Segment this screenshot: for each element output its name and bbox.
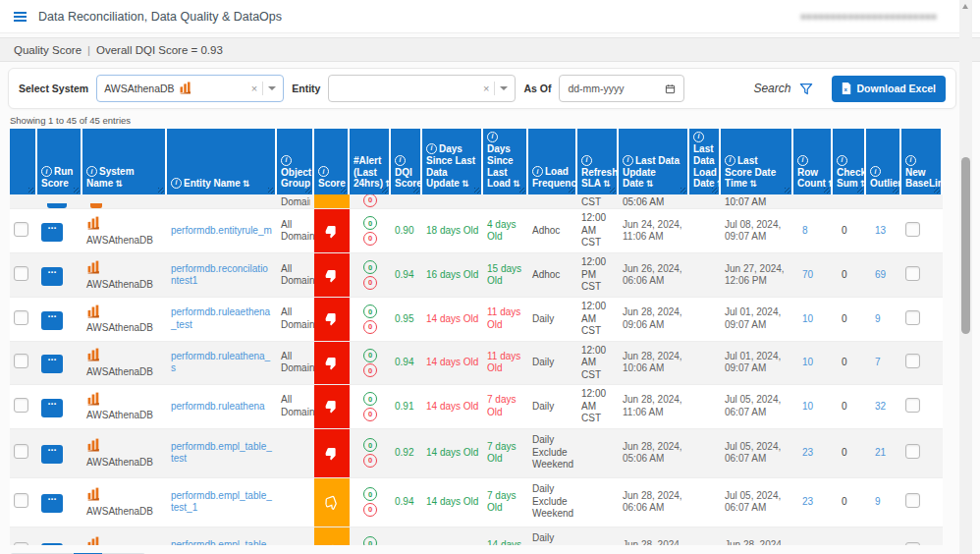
sort-icon[interactable]: ⇅ — [243, 179, 250, 189]
sort-icon[interactable]: ⇅ — [646, 179, 654, 189]
alert-badge-red[interactable]: 0 — [363, 454, 377, 468]
alert-badge-green[interactable]: 0 — [363, 392, 377, 406]
entity-caret-icon[interactable] — [500, 86, 508, 90]
run-score-button[interactable]: ... — [41, 311, 63, 330]
entity-link[interactable]: performdb.empl_table_test_2 — [171, 539, 273, 545]
outliers-link[interactable]: 9 — [875, 496, 881, 507]
scroll-up-arrow-icon[interactable] — [962, 4, 968, 9]
entity-link[interactable]: performdb.ruleathena_s — [171, 351, 273, 375]
alert-badge-green[interactable]: 0 — [363, 305, 377, 318]
outliers-link[interactable]: 9 — [875, 313, 881, 324]
sort-icon[interactable]: ⇅ — [115, 179, 123, 189]
col-new-baseline[interactable]: iNew BaseLine⇅ — [901, 129, 943, 194]
run-score-button[interactable]: ... — [41, 267, 63, 286]
run-score-button[interactable] — [47, 203, 67, 208]
system-select[interactable]: AWSAthenaDB × — [96, 75, 284, 102]
run-score-button[interactable]: ... — [41, 223, 63, 242]
entity-link[interactable]: performdb.empl_table_test — [171, 441, 273, 466]
alert-badge-red[interactable]: 0 — [363, 363, 377, 377]
entity-select[interactable]: × — [328, 75, 516, 102]
alert-badge-red[interactable]: 0 — [363, 276, 377, 290]
row-checkbox[interactable] — [14, 222, 28, 237]
alert-badge-green[interactable]: 0 — [363, 260, 377, 274]
run-score-button[interactable]: ... — [41, 355, 63, 373]
baseline-checkbox[interactable] — [905, 398, 920, 413]
outliers-link[interactable]: 7 — [875, 357, 881, 367]
download-excel-button[interactable]: x Download Excel — [832, 76, 946, 102]
run-score-button[interactable]: ... — [41, 445, 63, 464]
filter-funnel-icon[interactable] — [798, 82, 814, 96]
alert-badge-red[interactable]: 0 — [363, 503, 377, 517]
alert-badge-red[interactable]: 0 — [363, 232, 377, 246]
row-count-link[interactable]: 10 — [802, 313, 813, 324]
col-outliers[interactable]: iOutliers⇅ — [866, 129, 901, 194]
col-system-name[interactable]: iSystem Name⇅ — [82, 129, 167, 194]
alert-badge-red[interactable]: 0 — [363, 320, 377, 334]
entity-clear-icon[interactable]: × — [483, 83, 489, 94]
col-alert[interactable]: #Alert (Last 24hrs)⇅ — [350, 129, 391, 194]
alert-badge-green[interactable]: 0 — [363, 438, 377, 452]
sort-icon[interactable]: ⇅ — [513, 179, 520, 189]
baseline-checkbox[interactable] — [905, 542, 920, 545]
col-entity-name[interactable]: iEntity Name⇅ — [167, 129, 277, 194]
hamburger-menu-icon[interactable] — [14, 12, 27, 22]
calendar-icon[interactable] — [665, 83, 676, 94]
col-days-since-load[interactable]: iDays Since Last Load⇅ — [483, 129, 528, 194]
alert-badge-green[interactable]: 0 — [363, 349, 377, 362]
outliers-link[interactable]: 69 — [875, 269, 886, 280]
row-checkbox[interactable] — [14, 444, 28, 459]
as-of-date-input[interactable]: dd-mm-yyyy — [559, 75, 684, 102]
alert-badge-green[interactable]: 0 — [363, 536, 377, 545]
row-count-link[interactable]: 70 — [802, 269, 813, 280]
col-row-count[interactable]: iRow Count⇅ — [793, 129, 833, 194]
baseline-checkbox[interactable] — [905, 354, 920, 368]
row-count-link[interactable]: 10 — [802, 357, 813, 367]
col-load-frequency[interactable]: iLoad Frequency⇅ — [528, 129, 577, 194]
entity-link[interactable]: performdb.reconcilationtest1 — [171, 263, 273, 288]
run-score-button[interactable]: ... — [41, 543, 63, 545]
alert-badge-green[interactable]: 0 — [363, 216, 377, 230]
baseline-checkbox[interactable] — [905, 310, 920, 325]
scrollbar-thumb[interactable] — [961, 157, 970, 334]
col-days-since-update[interactable]: iDays Since Last Data Update⇅ — [422, 129, 483, 194]
row-count-link[interactable]: 23 — [802, 447, 813, 458]
sort-icon[interactable]: ⇅ — [462, 179, 469, 189]
col-last-data-load-date[interactable]: iLast Data Load Date⇅ — [689, 129, 721, 194]
row-count-link[interactable]: 10 — [802, 401, 813, 412]
system-clear-icon[interactable]: × — [251, 83, 257, 94]
row-checkbox[interactable] — [14, 310, 28, 325]
row-count-link[interactable]: 8 — [802, 225, 808, 236]
col-check-sum[interactable]: iCheck Sum⇅ — [833, 129, 866, 194]
col-dqi-score[interactable]: iDQI Score⇅ — [391, 129, 422, 194]
col-run-score[interactable]: iRun Score — [37, 129, 82, 194]
col-refresh-sla[interactable]: iRefresh SLA⇅ — [577, 129, 619, 194]
entity-link[interactable]: performdb.ruleaethena_test — [171, 306, 273, 331]
row-checkbox[interactable] — [14, 398, 28, 413]
baseline-checkbox[interactable] — [905, 222, 920, 237]
col-score[interactable]: iScore⇅ — [314, 129, 350, 194]
col-last-data-update-date[interactable]: iLast Data Update Date⇅ — [619, 129, 689, 194]
row-count-link[interactable]: 23 — [802, 496, 813, 507]
baseline-checkbox[interactable] — [905, 266, 920, 281]
run-score-button[interactable]: ... — [41, 399, 63, 417]
row-checkbox[interactable] — [14, 493, 28, 508]
sort-icon[interactable]: ⇅ — [603, 179, 611, 189]
entity-link[interactable]: performdb.empl_table_test_1 — [171, 490, 273, 515]
alert-badge-green[interactable]: 0 — [363, 487, 377, 501]
entity-link[interactable]: performdb.ruleathena — [171, 401, 273, 414]
outliers-link[interactable]: 32 — [875, 401, 886, 412]
outliers-link[interactable]: 13 — [875, 225, 886, 236]
system-caret-icon[interactable] — [268, 86, 276, 90]
vertical-scrollbar[interactable] — [959, 0, 972, 554]
alert-badge-red[interactable]: 0 — [363, 408, 377, 421]
row-checkbox[interactable] — [14, 354, 28, 368]
sort-icon[interactable]: ⇅ — [749, 179, 757, 189]
baseline-checkbox[interactable] — [905, 444, 920, 459]
alert-badge-red[interactable]: 0 — [363, 194, 377, 207]
entity-link[interactable]: performdb.entityrule_m — [171, 225, 273, 238]
row-checkbox[interactable] — [14, 542, 28, 545]
col-last-score-date-time[interactable]: iLast Score Date Time⇅ — [721, 129, 793, 194]
baseline-checkbox[interactable] — [905, 493, 920, 508]
run-score-button[interactable]: ... — [41, 494, 63, 513]
row-checkbox[interactable] — [14, 266, 28, 281]
